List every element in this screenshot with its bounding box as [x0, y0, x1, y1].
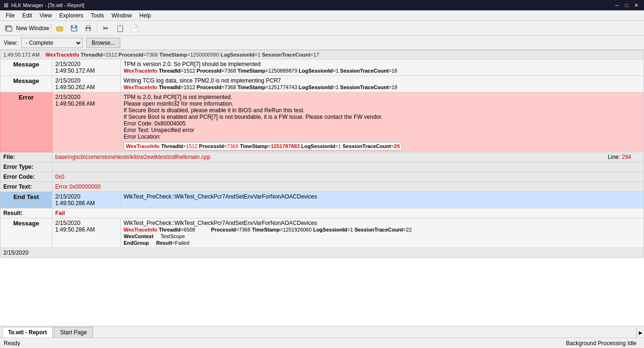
menu-help[interactable]: Help: [135, 10, 155, 20]
close-button[interactable]: ✕: [632, 1, 640, 9]
type-cell-error: Error: [0, 92, 52, 152]
status-bar: Ready Background Processing Idle: [0, 338, 644, 348]
tab-bar: Te.wtl - Report Start Page ▶: [0, 326, 644, 338]
next-truncated-content: 2/15/2020: [0, 248, 644, 258]
report-table: 1:49:50.172 AM WexTraceInfo ThreadId=151…: [0, 50, 644, 258]
table-row-result: Result: Fail: [0, 208, 644, 218]
browse-button[interactable]: Browse...: [86, 38, 120, 48]
new-window-button[interactable]: [2, 22, 15, 34]
toolbar-separator-1: [51, 24, 51, 33]
error-trace-line: WexTraceInfo ThreadId=1512 ProcessId=736…: [124, 142, 402, 150]
paste-button[interactable]: 📄: [127, 22, 141, 34]
status-right-text: Background Processing Idle: [566, 340, 640, 347]
type-cell-end-test: End Test: [0, 192, 52, 208]
save-button[interactable]: [67, 22, 81, 34]
open-button[interactable]: [53, 22, 67, 34]
date-cell-message-1: 2/15/20201:49:50.172 AM: [52, 59, 121, 76]
table-row-error-text: Error Text: Error 0x00000000: [0, 182, 644, 192]
file-label: File:: [0, 152, 52, 162]
table-row-message-2: Message 2/15/20201:49:50.262 AM Writing …: [0, 76, 644, 92]
main-content[interactable]: 1:49:50.172 AM WexTraceInfo ThreadId=151…: [0, 50, 644, 326]
table-row-file: File: base\ngscb\cornerstone\tests\kits\…: [0, 152, 644, 162]
content-cell-end-test: WlkTest_PreCheck::WlkTest_CheckPcr7AndSe…: [121, 192, 644, 208]
type-cell-message-3: Message: [0, 218, 52, 248]
table-row-truncated: 1:49:50.172 AM WexTraceInfo ThreadId=151…: [0, 50, 644, 59]
content-cell-message-3: WlkTest_PreCheck::WlkTest_CheckPcr7AndSe…: [121, 218, 644, 248]
file-content: base\ngscb\cornerstone\tests\kits\e2ewlk…: [52, 152, 644, 162]
date-cell-end-test: 2/15/20201:49:50.286 AM: [52, 192, 121, 208]
line-number: 294: [622, 154, 631, 160]
app-icon: ⊞: [4, 2, 8, 8]
view-select[interactable]: - Complete: [21, 38, 83, 48]
svg-rect-8: [87, 29, 90, 31]
print-icon: [84, 25, 92, 32]
svg-rect-1: [7, 27, 12, 31]
title-bar-controls: ─ □ ✕: [613, 1, 640, 9]
date-cell-error: 2/15/20201:49:50.266 AM: [52, 92, 121, 152]
date-cell-message-3: 2/15/20201:49:50.286 AM: [52, 218, 121, 248]
error-code-label: Error Code:: [0, 172, 52, 182]
open-icon: [56, 25, 64, 32]
content-cell-message-1: TPM is version 2.0. So PCR[7] should be …: [121, 59, 644, 76]
content-cell-message-2: Writing TCG log data, since TPM2.0 is no…: [121, 76, 644, 92]
table-row-error-type: Error Type:: [0, 162, 644, 172]
result-content: Fail: [52, 208, 644, 218]
date-cell-message-2: 2/15/20201:49:50.262 AM: [52, 76, 121, 92]
type-cell-message-2: Message: [0, 76, 52, 92]
table-row-error: Error 2/15/20201:49:50.266 AM TPM is 2.0…: [0, 92, 644, 152]
svg-rect-4: [73, 25, 75, 27]
tab-report[interactable]: Te.wtl - Report: [2, 327, 53, 338]
view-label: View:: [4, 40, 17, 46]
line-info: Line: 294: [608, 154, 641, 160]
table-row-message-1: Message 2/15/20201:49:50.172 AM TPM is v…: [0, 59, 644, 76]
status-text: Ready: [4, 340, 20, 347]
content-cell-error: TPM is 2.0, but PCR[7] is not implemente…: [121, 92, 644, 152]
save-icon: [70, 25, 78, 32]
title-bar-text: HLK Manager - [Te.wtl - Report]: [11, 2, 84, 8]
svg-rect-7: [87, 25, 90, 27]
error-text-content: Error 0x00000000: [52, 182, 644, 192]
toolbar: New Window ✂ 📋 📄: [0, 21, 644, 36]
menu-tools[interactable]: Tools: [87, 10, 108, 20]
menu-file[interactable]: File: [2, 10, 18, 20]
table-row-message-3: Message 2/15/20201:49:50.286 AM WlkTest_…: [0, 218, 644, 248]
table-row-end-test: End Test 2/15/20201:49:50.286 AM WlkTest…: [0, 192, 644, 208]
type-cell-message-1: Message: [0, 59, 52, 76]
error-type-label: Error Type:: [0, 162, 52, 172]
error-type-content: [52, 162, 644, 172]
error-text-value: Error 0x00000000: [55, 183, 100, 190]
tab-scroll-right[interactable]: ▶: [636, 327, 644, 338]
new-window-label: New Window: [16, 25, 49, 32]
view-bar: View: - Complete Browse...: [0, 36, 644, 50]
menu-explorers[interactable]: Explorers: [56, 10, 87, 20]
table-row-next-truncated: 2/15/2020: [0, 248, 644, 258]
toolbar-separator-2: [97, 24, 97, 33]
error-code-value: 0x0: [55, 174, 64, 180]
truncated-content: 1:49:50.172 AM WexTraceInfo ThreadId=151…: [0, 50, 644, 59]
maximize-button[interactable]: □: [622, 1, 631, 9]
table-row-error-code: Error Code: 0x0: [0, 172, 644, 182]
result-label: Result:: [0, 208, 52, 218]
svg-rect-5: [72, 28, 76, 31]
new-window-icon: [5, 25, 12, 32]
menu-bar: File Edit View Explorers Tools Window He…: [0, 10, 644, 21]
title-bar: ⊞ HLK Manager - [Te.wtl - Report] ─ □ ✕: [0, 0, 644, 10]
copy-button[interactable]: 📋: [113, 22, 126, 34]
error-text-label: Error Text:: [0, 182, 52, 192]
tab-start-page[interactable]: Start Page: [54, 327, 93, 338]
minimize-button[interactable]: ─: [613, 1, 621, 9]
menu-window[interactable]: Window: [108, 10, 136, 20]
menu-view[interactable]: View: [36, 10, 56, 20]
error-code-content: 0x0: [52, 172, 644, 182]
print-button[interactable]: [82, 22, 95, 34]
cut-button[interactable]: ✂: [99, 22, 112, 34]
result-value: Fail: [55, 210, 65, 216]
file-path: base\ngscb\cornerstone\tests\kits\e2ewlk…: [55, 154, 210, 160]
line-label: Line:: [608, 154, 622, 160]
menu-edit[interactable]: Edit: [18, 10, 36, 20]
